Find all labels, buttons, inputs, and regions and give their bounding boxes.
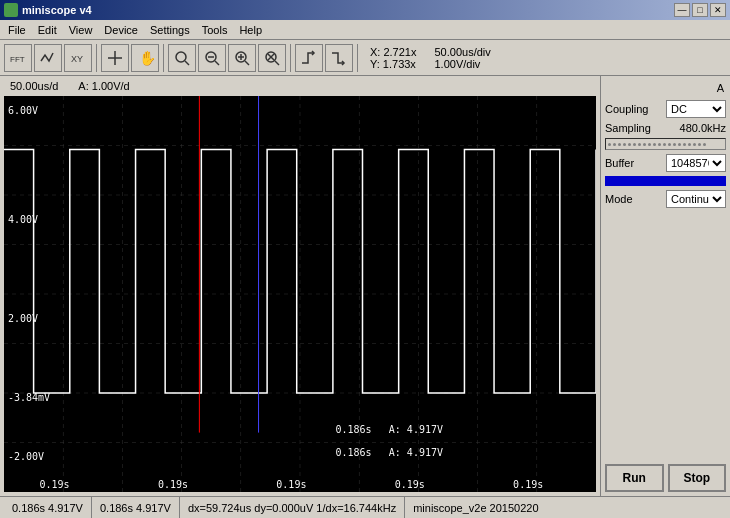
toolbar-sep2: [163, 44, 164, 72]
sampling-label: Sampling: [605, 122, 651, 134]
toolbar-sep1: [96, 44, 97, 72]
buffer-indicator: [605, 176, 726, 186]
title-controls: — □ ✕: [674, 3, 726, 17]
menu-item-tools[interactable]: Tools: [196, 22, 234, 38]
svg-text:XY: XY: [71, 54, 83, 64]
dot: [663, 143, 666, 146]
buffer-label: Buffer: [605, 157, 634, 169]
zoom-fit-button[interactable]: [168, 44, 196, 72]
buffer-row: Buffer 1048576 524288 262144: [605, 154, 726, 172]
coord-y: Y: 1.733x: [370, 58, 416, 70]
scope-button[interactable]: [34, 44, 62, 72]
dot: [688, 143, 691, 146]
toolbar-coords: X: 2.721x Y: 1.733x: [370, 46, 416, 70]
dot: [683, 143, 686, 146]
trig-up-button[interactable]: [295, 44, 323, 72]
sampling-bar: [605, 138, 726, 150]
menu-bar: FileEditViewDeviceSettingsToolsHelp: [0, 20, 730, 40]
xy-button[interactable]: XY: [64, 44, 92, 72]
svg-text:✋: ✋: [139, 50, 154, 67]
mode-row: Mode Continuous Single Scan: [605, 190, 726, 208]
dot: [678, 143, 681, 146]
toolbar: FFT XY ✋: [0, 40, 730, 76]
toolbar-sep3: [290, 44, 291, 72]
main-area: 50.00us/d A: 1.00V/d A Coupling DC AC GN…: [0, 76, 730, 496]
fft-icon: FFT: [9, 49, 27, 67]
dot: [698, 143, 701, 146]
dot: [613, 143, 616, 146]
volt-div: 1.00V/div: [434, 58, 490, 70]
toolbar-divs: 50.00us/div 1.00V/div: [434, 46, 490, 70]
coord-x: X: 2.721x: [370, 46, 416, 58]
svg-text:FFT: FFT: [10, 55, 25, 64]
scope-header: 50.00us/d A: 1.00V/d: [2, 78, 598, 94]
hand-icon: ✋: [136, 49, 154, 67]
channel-label: A: [605, 80, 726, 96]
time-div: 50.00us/div: [434, 46, 490, 58]
zoom-fit-icon: [173, 49, 191, 67]
menu-item-settings[interactable]: Settings: [144, 22, 196, 38]
dot: [673, 143, 676, 146]
svg-point-5: [176, 52, 186, 62]
cursor-button[interactable]: [101, 44, 129, 72]
close-button[interactable]: ✕: [710, 3, 726, 17]
trig-down-icon: [330, 49, 348, 67]
status-section-3: dx=59.724us dy=0.000uV 1/dx=16.744kHz: [180, 497, 405, 518]
sampling-value: 480.0kHz: [680, 122, 726, 134]
status-section-1: 0.186s 4.917V: [4, 497, 92, 518]
status-bar: 0.186s 4.917V 0.186s 4.917V dx=59.724us …: [0, 496, 730, 518]
svg-line-13: [245, 61, 249, 65]
coupling-label: Coupling: [605, 103, 648, 115]
title-bar: miniscope v4 — □ ✕: [0, 0, 730, 20]
dot: [653, 143, 656, 146]
dot: [633, 143, 636, 146]
minimize-button[interactable]: —: [674, 3, 690, 17]
menu-item-device[interactable]: Device: [98, 22, 144, 38]
trig-down-button[interactable]: [325, 44, 353, 72]
dot: [623, 143, 626, 146]
menu-item-view[interactable]: View: [63, 22, 99, 38]
zoom-in-button[interactable]: [228, 44, 256, 72]
app-icon: [4, 3, 18, 17]
xy-icon: XY: [69, 49, 87, 67]
trig-up-icon: [300, 49, 318, 67]
mode-label: Mode: [605, 193, 633, 205]
hand-button[interactable]: ✋: [131, 44, 159, 72]
zoom-in-icon: [233, 49, 251, 67]
mode-select[interactable]: Continuous Single Scan: [666, 190, 726, 208]
menu-item-file[interactable]: File: [2, 22, 32, 38]
svg-line-9: [215, 61, 219, 65]
scope-display: 50.00us/d A: 1.00V/d: [0, 76, 600, 496]
sampling-dots: [606, 139, 725, 149]
stop-button[interactable]: Stop: [668, 464, 727, 492]
fft-button[interactable]: FFT: [4, 44, 32, 72]
svg-line-6: [185, 61, 189, 65]
zoom-out-icon: [203, 49, 221, 67]
coupling-select[interactable]: DC AC GND: [666, 100, 726, 118]
cursor-icon: [106, 49, 124, 67]
dot: [618, 143, 621, 146]
zoom-cancel-button[interactable]: [258, 44, 286, 72]
dot: [668, 143, 671, 146]
header-time: 50.00us/d: [10, 80, 58, 92]
scope-canvas-container[interactable]: [4, 96, 596, 492]
toolbar-sep4: [357, 44, 358, 72]
run-stop-area: Run Stop: [605, 456, 726, 492]
buffer-select[interactable]: 1048576 524288 262144: [666, 154, 726, 172]
dot: [628, 143, 631, 146]
dot: [608, 143, 611, 146]
zoom-cancel-icon: [263, 49, 281, 67]
run-button[interactable]: Run: [605, 464, 664, 492]
status-section-4: miniscope_v2e 20150220: [405, 497, 726, 518]
zoom-out-button[interactable]: [198, 44, 226, 72]
dot: [643, 143, 646, 146]
scope-waveform: [4, 96, 596, 492]
menu-item-help[interactable]: Help: [233, 22, 268, 38]
maximize-button[interactable]: □: [692, 3, 708, 17]
header-volt: A: 1.00V/d: [78, 80, 129, 92]
sampling-row: Sampling 480.0kHz: [605, 122, 726, 134]
menu-item-edit[interactable]: Edit: [32, 22, 63, 38]
dot: [703, 143, 706, 146]
scope-icon: [39, 49, 57, 67]
right-panel: A Coupling DC AC GND Sampling 480.0kHz: [600, 76, 730, 496]
